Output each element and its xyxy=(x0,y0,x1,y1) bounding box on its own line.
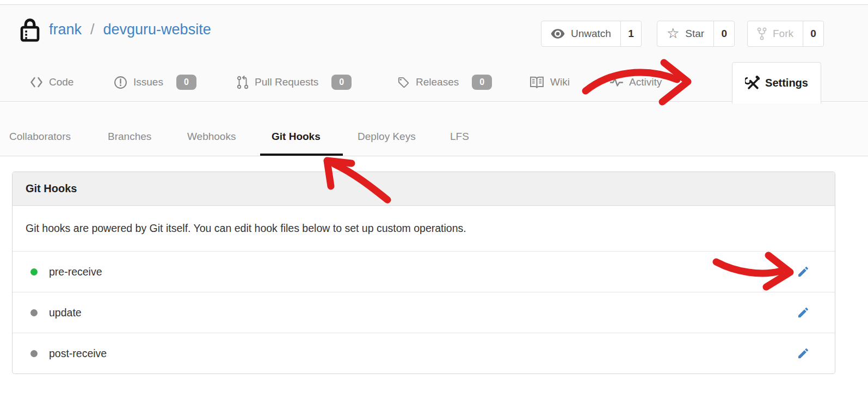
lock-icon xyxy=(20,17,40,42)
releases-count-badge: 0 xyxy=(472,75,492,90)
tab-code-label: Code xyxy=(49,76,73,88)
watch-count[interactable]: 1 xyxy=(620,21,641,46)
pencil-icon xyxy=(797,306,810,319)
unwatch-button[interactable]: Unwatch 1 xyxy=(541,21,642,47)
hook-name: update xyxy=(49,307,82,319)
repo-header: frank / devguru-website Unwatch 1 ☆ Star… xyxy=(0,4,868,102)
hook-row-post-receive: post-receive xyxy=(13,333,835,374)
tab-settings[interactable]: Settings xyxy=(732,62,821,103)
pencil-icon xyxy=(797,347,810,360)
pulse-icon xyxy=(610,77,623,87)
tab-pull-requests-label: Pull Requests xyxy=(255,76,318,88)
edit-post-receive-button[interactable] xyxy=(797,347,810,360)
hook-name: post-receive xyxy=(49,347,107,360)
tab-activity[interactable]: Activity xyxy=(610,62,662,102)
repo-name-link[interactable]: devguru-website xyxy=(103,21,211,38)
issues-icon xyxy=(114,76,127,89)
subnav-item-collaborators[interactable]: Collaborators xyxy=(9,129,71,144)
hook-status-dot-inactive xyxy=(30,350,38,357)
code-icon xyxy=(30,77,43,88)
fork-count[interactable]: 0 xyxy=(803,21,823,46)
tab-issues[interactable]: Issues 0 xyxy=(114,62,196,102)
repo-title: frank / devguru-website xyxy=(20,17,211,42)
tab-wiki[interactable]: Wiki xyxy=(530,62,570,102)
subnav-item-webhooks[interactable]: Webhooks xyxy=(187,129,236,144)
page: frank / devguru-website Unwatch 1 ☆ Star… xyxy=(0,0,868,404)
hook-name: pre-receive xyxy=(49,266,102,278)
fork-button[interactable]: Fork 0 xyxy=(747,21,824,47)
star-button[interactable]: ☆ Star 0 xyxy=(657,21,735,47)
panel-description: Git hooks are powered by Git itself. You… xyxy=(13,206,835,251)
tools-icon xyxy=(745,76,760,90)
star-icon: ☆ xyxy=(667,26,679,40)
hook-row-pre-receive: pre-receive xyxy=(13,251,835,292)
tab-settings-label: Settings xyxy=(765,77,808,89)
tab-issues-label: Issues xyxy=(133,76,163,88)
repo-owner-link[interactable]: frank xyxy=(49,21,82,38)
tab-releases-label: Releases xyxy=(416,76,459,88)
subnav-item-deploy-keys[interactable]: Deploy Keys xyxy=(358,129,416,144)
tab-releases[interactable]: Releases 0 xyxy=(397,62,492,102)
star-label: Star xyxy=(685,28,704,40)
panel-title: Git Hooks xyxy=(13,172,835,206)
git-hooks-panel: Git Hooks Git hooks are powered by Git i… xyxy=(12,172,835,374)
eye-icon xyxy=(551,29,565,39)
settings-subnav: Collaborators Branches Webhooks Git Hook… xyxy=(0,102,868,156)
tab-wiki-label: Wiki xyxy=(550,76,570,88)
pencil-icon xyxy=(797,265,810,278)
fork-icon xyxy=(757,27,767,40)
hook-status-dot-active xyxy=(30,268,38,276)
hook-status-dot-inactive xyxy=(30,309,38,316)
repo-separator: / xyxy=(90,21,95,38)
tag-icon xyxy=(397,76,410,89)
subnav-item-branches[interactable]: Branches xyxy=(108,129,151,144)
active-subnav-underline xyxy=(260,154,343,156)
tab-activity-label: Activity xyxy=(629,76,662,88)
star-count[interactable]: 0 xyxy=(713,21,734,46)
hook-row-update: update xyxy=(13,292,835,333)
subnav-item-git-hooks[interactable]: Git Hooks xyxy=(272,129,321,144)
pull-requests-count-badge: 0 xyxy=(331,75,352,90)
edit-pre-receive-button[interactable] xyxy=(797,265,810,278)
pull-request-icon xyxy=(237,76,249,89)
book-icon xyxy=(530,76,544,88)
tab-pull-requests[interactable]: Pull Requests 0 xyxy=(237,62,352,102)
fork-label: Fork xyxy=(773,28,793,40)
edit-update-button[interactable] xyxy=(797,306,810,319)
unwatch-label: Unwatch xyxy=(571,28,611,40)
subnav-item-lfs[interactable]: LFS xyxy=(450,129,469,144)
tab-code[interactable]: Code xyxy=(30,62,73,102)
issues-count-badge: 0 xyxy=(176,75,196,90)
